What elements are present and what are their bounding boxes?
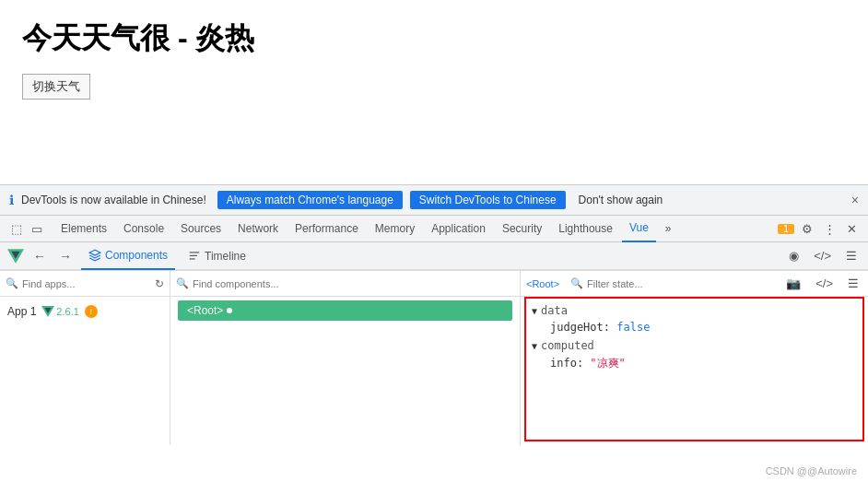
judge-hot-row: judgeHot: false (550, 321, 857, 334)
data-section-header: ▼ data (532, 304, 857, 317)
find-apps-input[interactable] (22, 278, 151, 289)
components-icon (88, 249, 101, 262)
page-title: 今天天气很 - 炎热 (22, 18, 846, 59)
judge-hot-key: judgeHot: (550, 321, 610, 334)
state-filter-bar: <Root> 🔍 📷 </> ☰ (521, 271, 868, 297)
triangle-icon: ▼ (532, 306, 537, 316)
vue-logo (7, 248, 24, 265)
search-icon: 🔍 (6, 277, 18, 289)
vue-apps-panel: 🔍 ↻ App 1 2.6.1 ! (0, 271, 170, 445)
tab-timeline[interactable]: Timeline (181, 242, 253, 270)
refresh-button[interactable]: ↻ (155, 277, 164, 290)
svg-rect-2 (190, 252, 200, 253)
app1-version-badge: 2.6.1 (41, 305, 78, 318)
list-icon[interactable]: ☰ (844, 275, 862, 292)
tab-lighthouse[interactable]: Lighthouse (551, 215, 620, 242)
vue-small-logo (41, 305, 54, 318)
inspect-element-icon[interactable]: ⬚ (7, 220, 26, 238)
vue-state-panel: <Root> 🔍 📷 </> ☰ ▼ data judgeHot: false … (521, 271, 868, 445)
dont-show-again-button[interactable]: Don't show again (573, 191, 669, 209)
root-component[interactable]: <Root> (178, 300, 512, 321)
app1-name: App 1 (7, 305, 36, 318)
tab-more[interactable]: » (658, 215, 679, 242)
search-icon: 🔍 (570, 277, 583, 289)
settings-icon[interactable]: ⚙ (798, 220, 816, 238)
back-button[interactable]: ← (29, 247, 50, 265)
root-component-label: <Root> (187, 304, 223, 317)
device-toolbar-icon[interactable]: ▭ (28, 220, 46, 238)
vue-components-panel: 🔍 <Root> (170, 271, 521, 445)
camera-icon[interactable]: 📷 (782, 275, 804, 292)
svg-rect-4 (190, 258, 195, 259)
close-devtools-icon[interactable]: ✕ (843, 220, 861, 238)
forward-button[interactable]: → (55, 247, 76, 265)
computed-label: computed (541, 339, 594, 352)
vue-panel: 🔍 ↻ App 1 2.6.1 ! 🔍 <Root> (0, 270, 868, 445)
code-view-icon[interactable]: </> (810, 247, 835, 265)
info-row: info: "凉爽" (550, 356, 857, 371)
match-language-button[interactable]: Always match Chrome's language (217, 191, 403, 209)
devtools-banner: ℹ DevTools is now available in Chinese! … (0, 184, 868, 215)
find-components-input[interactable] (193, 278, 514, 289)
code-icon[interactable]: </> (812, 275, 837, 292)
close-icon[interactable]: × (851, 193, 859, 207)
computed-section-header: ▼ computed (532, 339, 857, 352)
root-dot (227, 308, 232, 313)
state-content: ▼ data judgeHot: false ▼ computed info: … (521, 297, 868, 382)
judge-hot-value: false (616, 321, 650, 334)
switch-devtools-button[interactable]: Switch DevTools to Chinese (410, 191, 566, 209)
tab-components[interactable]: Components (81, 242, 175, 270)
find-components-bar: 🔍 (170, 271, 520, 297)
tab-security[interactable]: Security (495, 215, 549, 242)
devtools-tabs: ⬚ ▭ Elements Console Sources Network Per… (0, 215, 868, 242)
kebab-menu-icon[interactable]: ⋮ (820, 220, 839, 238)
info-icon: ℹ (9, 193, 14, 207)
tab-application[interactable]: Application (424, 215, 493, 242)
state-breadcrumb: <Root> (526, 278, 559, 289)
screenshot-icon[interactable]: ◉ (785, 247, 803, 265)
tab-performance[interactable]: Performance (287, 215, 366, 242)
tab-network[interactable]: Network (230, 215, 286, 242)
switch-weather-button[interactable]: 切换天气 (22, 74, 90, 100)
search-icon: 🔍 (176, 277, 189, 289)
app1-row[interactable]: App 1 2.6.1 ! (0, 297, 170, 326)
banner-text: DevTools is now available in Chinese! (21, 194, 206, 206)
info-key: info: (550, 357, 583, 370)
watermark: CSDN @@Autowire (766, 465, 857, 476)
vue-toolbar: ← → Components Timeline ◉ </> ☰ (0, 242, 868, 270)
data-label: data (541, 304, 568, 317)
timeline-icon (188, 250, 201, 263)
tab-memory[interactable]: Memory (368, 215, 422, 242)
tab-sources[interactable]: Sources (173, 215, 229, 242)
app1-warning-icon: ! (85, 305, 98, 318)
filter-state-input[interactable] (587, 278, 779, 289)
tab-elements[interactable]: Elements (53, 215, 114, 242)
svg-rect-3 (190, 254, 197, 255)
tab-console[interactable]: Console (116, 215, 171, 242)
filter-icon[interactable]: ☰ (842, 247, 861, 265)
tab-vue[interactable]: Vue (622, 215, 656, 242)
triangle-icon: ▼ (532, 341, 537, 351)
notification-badge: 1 (778, 224, 794, 234)
info-value: "凉爽" (590, 357, 625, 370)
find-apps-bar: 🔍 ↻ (0, 271, 170, 297)
